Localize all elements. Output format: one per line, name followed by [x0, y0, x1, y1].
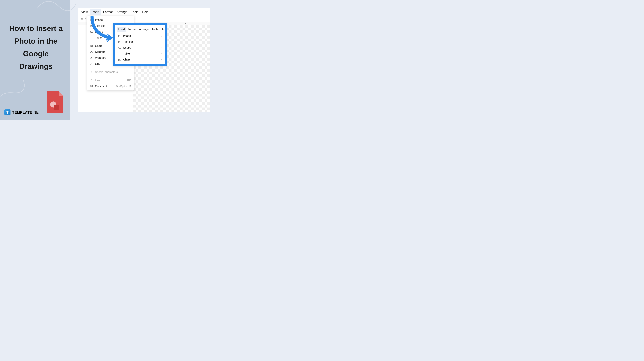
app-screenshot: View Insert Format Arrange Tools Help ▼ …	[78, 8, 210, 112]
callout-insert-image[interactable]: Image ▶	[115, 33, 165, 39]
callout-menu-help[interactable]: He	[160, 27, 166, 31]
callout-insert-table[interactable]: Table ▶	[115, 51, 165, 57]
menubar: View Insert Format Arrange Tools Help	[78, 8, 210, 16]
image-icon	[90, 18, 95, 21]
insert-comment[interactable]: Comment ⌘+Option+M	[87, 83, 134, 89]
menu-insert[interactable]: Insert	[90, 9, 101, 14]
page-title: How to Insert a Photo in the Google Draw…	[8, 22, 64, 73]
svg-line-20	[92, 51, 92, 52]
shortcut-text: ⌘K	[127, 79, 131, 82]
shape-icon	[90, 30, 95, 33]
svg-point-23	[90, 64, 91, 65]
menu-format[interactable]: Format	[101, 9, 115, 14]
decorative-squiggle	[36, 0, 77, 22]
textbox-icon: T	[90, 24, 95, 27]
callout-menu-tools[interactable]: Tools	[150, 27, 160, 31]
image-icon	[118, 34, 123, 37]
brand-logo-text: TEMPLATE.NET	[12, 110, 41, 114]
callout-insert-menu: Insert Format Arrange Tools He Image ▶ T…	[113, 23, 167, 66]
menu-arrange[interactable]: Arrange	[115, 9, 129, 14]
shortcut-text: ⌘+Option+M	[116, 85, 131, 88]
callout-menu-format[interactable]: Format	[126, 27, 138, 31]
chart-icon	[90, 45, 95, 47]
callout-menubar: Insert Format Arrange Tools He	[115, 26, 165, 33]
submenu-arrow-icon: ▶	[161, 35, 162, 37]
diagram-icon	[90, 50, 95, 53]
svg-point-17	[90, 52, 91, 53]
link-icon	[90, 79, 95, 82]
svg-rect-1	[54, 105, 59, 110]
zoom-button[interactable]: ▼	[79, 17, 87, 21]
wordart-icon: A	[90, 56, 95, 59]
svg-line-22	[90, 63, 92, 65]
svg-point-7	[91, 19, 91, 20]
brand-logo-icon: T	[4, 109, 10, 115]
callout-menu-arrange[interactable]: Arrange	[138, 27, 150, 31]
callout-menu-insert[interactable]: Insert	[116, 27, 126, 31]
insert-special-chars[interactable]: Ω Special characters	[87, 69, 134, 75]
submenu-arrow-icon: ▶	[161, 47, 162, 49]
svg-text:T: T	[91, 25, 92, 27]
svg-point-30	[119, 35, 120, 36]
svg-point-18	[92, 52, 92, 53]
omega-icon: Ω	[90, 71, 95, 73]
svg-point-24	[92, 62, 93, 63]
chart-icon	[118, 58, 123, 61]
svg-line-19	[91, 51, 92, 52]
menu-help[interactable]: Help	[140, 9, 150, 14]
ruler-tick: 4	[185, 22, 186, 24]
svg-text:Ω: Ω	[90, 71, 92, 73]
svg-text:A: A	[90, 57, 92, 59]
shape-icon	[118, 46, 123, 49]
svg-point-16	[91, 51, 92, 51]
submenu-arrow-icon: ▶	[161, 53, 162, 55]
google-drawings-icon	[47, 91, 63, 113]
callout-insert-shape[interactable]: Shape ▶	[115, 45, 165, 51]
zoom-icon	[81, 17, 84, 20]
comment-icon	[90, 85, 95, 88]
menu-tools[interactable]: Tools	[129, 9, 140, 14]
line-icon	[90, 62, 95, 65]
insert-image[interactable]: Image ▶	[87, 17, 134, 23]
brand-logo: T TEMPLATE.NET	[4, 109, 41, 115]
submenu-arrow-icon: ▶	[161, 59, 162, 61]
info-panel: How to Insert a Photo in the Google Draw…	[0, 0, 70, 120]
callout-insert-chart[interactable]: Chart ▶	[115, 57, 165, 62]
callout-insert-textbox[interactable]: T Text box	[115, 39, 165, 45]
svg-text:T: T	[119, 41, 120, 43]
svg-line-3	[82, 19, 83, 20]
decorative-squiggle	[0, 78, 30, 112]
submenu-arrow-icon: ▶	[130, 19, 131, 21]
insert-link[interactable]: Link ⌘K	[87, 77, 134, 83]
textbox-icon: T	[118, 40, 123, 43]
menu-view[interactable]: View	[79, 9, 90, 14]
